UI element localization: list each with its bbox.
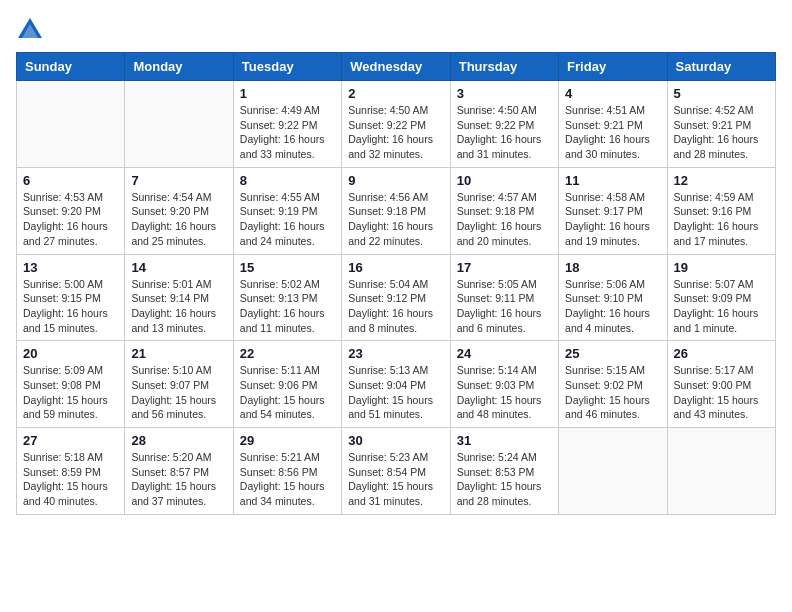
calendar-cell: 20Sunrise: 5:09 AM Sunset: 9:08 PM Dayli… xyxy=(17,341,125,428)
day-number: 24 xyxy=(457,346,552,361)
calendar-cell: 15Sunrise: 5:02 AM Sunset: 9:13 PM Dayli… xyxy=(233,254,341,341)
day-number: 27 xyxy=(23,433,118,448)
day-number: 8 xyxy=(240,173,335,188)
day-number: 30 xyxy=(348,433,443,448)
calendar-cell: 30Sunrise: 5:23 AM Sunset: 8:54 PM Dayli… xyxy=(342,428,450,515)
day-info: Sunrise: 5:02 AM Sunset: 9:13 PM Dayligh… xyxy=(240,277,335,336)
day-info: Sunrise: 5:09 AM Sunset: 9:08 PM Dayligh… xyxy=(23,363,118,422)
day-info: Sunrise: 5:11 AM Sunset: 9:06 PM Dayligh… xyxy=(240,363,335,422)
day-number: 18 xyxy=(565,260,660,275)
calendar-cell: 17Sunrise: 5:05 AM Sunset: 9:11 PM Dayli… xyxy=(450,254,558,341)
calendar-cell: 9Sunrise: 4:56 AM Sunset: 9:18 PM Daylig… xyxy=(342,167,450,254)
day-of-week-header: Tuesday xyxy=(233,53,341,81)
calendar-cell: 7Sunrise: 4:54 AM Sunset: 9:20 PM Daylig… xyxy=(125,167,233,254)
calendar-cell: 25Sunrise: 5:15 AM Sunset: 9:02 PM Dayli… xyxy=(559,341,667,428)
day-number: 31 xyxy=(457,433,552,448)
day-info: Sunrise: 4:53 AM Sunset: 9:20 PM Dayligh… xyxy=(23,190,118,249)
day-of-week-header: Saturday xyxy=(667,53,775,81)
calendar-week-row: 6Sunrise: 4:53 AM Sunset: 9:20 PM Daylig… xyxy=(17,167,776,254)
day-number: 15 xyxy=(240,260,335,275)
calendar-header-row: SundayMondayTuesdayWednesdayThursdayFrid… xyxy=(17,53,776,81)
day-of-week-header: Thursday xyxy=(450,53,558,81)
day-info: Sunrise: 5:01 AM Sunset: 9:14 PM Dayligh… xyxy=(131,277,226,336)
day-number: 12 xyxy=(674,173,769,188)
day-info: Sunrise: 5:14 AM Sunset: 9:03 PM Dayligh… xyxy=(457,363,552,422)
calendar-cell: 23Sunrise: 5:13 AM Sunset: 9:04 PM Dayli… xyxy=(342,341,450,428)
logo xyxy=(16,16,48,44)
calendar-cell: 4Sunrise: 4:51 AM Sunset: 9:21 PM Daylig… xyxy=(559,81,667,168)
calendar-table: SundayMondayTuesdayWednesdayThursdayFrid… xyxy=(16,52,776,515)
day-info: Sunrise: 5:00 AM Sunset: 9:15 PM Dayligh… xyxy=(23,277,118,336)
day-info: Sunrise: 5:17 AM Sunset: 9:00 PM Dayligh… xyxy=(674,363,769,422)
day-info: Sunrise: 4:54 AM Sunset: 9:20 PM Dayligh… xyxy=(131,190,226,249)
day-info: Sunrise: 5:13 AM Sunset: 9:04 PM Dayligh… xyxy=(348,363,443,422)
day-number: 22 xyxy=(240,346,335,361)
day-number: 11 xyxy=(565,173,660,188)
day-of-week-header: Sunday xyxy=(17,53,125,81)
calendar-cell: 19Sunrise: 5:07 AM Sunset: 9:09 PM Dayli… xyxy=(667,254,775,341)
day-number: 23 xyxy=(348,346,443,361)
day-info: Sunrise: 4:50 AM Sunset: 9:22 PM Dayligh… xyxy=(348,103,443,162)
day-number: 13 xyxy=(23,260,118,275)
calendar-cell: 3Sunrise: 4:50 AM Sunset: 9:22 PM Daylig… xyxy=(450,81,558,168)
day-info: Sunrise: 4:50 AM Sunset: 9:22 PM Dayligh… xyxy=(457,103,552,162)
day-info: Sunrise: 5:21 AM Sunset: 8:56 PM Dayligh… xyxy=(240,450,335,509)
day-number: 26 xyxy=(674,346,769,361)
calendar-cell: 24Sunrise: 5:14 AM Sunset: 9:03 PM Dayli… xyxy=(450,341,558,428)
calendar-cell: 28Sunrise: 5:20 AM Sunset: 8:57 PM Dayli… xyxy=(125,428,233,515)
day-number: 17 xyxy=(457,260,552,275)
day-info: Sunrise: 4:58 AM Sunset: 9:17 PM Dayligh… xyxy=(565,190,660,249)
day-info: Sunrise: 4:55 AM Sunset: 9:19 PM Dayligh… xyxy=(240,190,335,249)
calendar-cell: 21Sunrise: 5:10 AM Sunset: 9:07 PM Dayli… xyxy=(125,341,233,428)
calendar-cell: 11Sunrise: 4:58 AM Sunset: 9:17 PM Dayli… xyxy=(559,167,667,254)
day-of-week-header: Monday xyxy=(125,53,233,81)
calendar-cell: 6Sunrise: 4:53 AM Sunset: 9:20 PM Daylig… xyxy=(17,167,125,254)
day-info: Sunrise: 5:06 AM Sunset: 9:10 PM Dayligh… xyxy=(565,277,660,336)
day-info: Sunrise: 5:05 AM Sunset: 9:11 PM Dayligh… xyxy=(457,277,552,336)
calendar-cell: 10Sunrise: 4:57 AM Sunset: 9:18 PM Dayli… xyxy=(450,167,558,254)
calendar-cell xyxy=(17,81,125,168)
day-number: 16 xyxy=(348,260,443,275)
day-number: 29 xyxy=(240,433,335,448)
day-number: 10 xyxy=(457,173,552,188)
day-number: 5 xyxy=(674,86,769,101)
calendar-cell: 13Sunrise: 5:00 AM Sunset: 9:15 PM Dayli… xyxy=(17,254,125,341)
calendar-cell: 31Sunrise: 5:24 AM Sunset: 8:53 PM Dayli… xyxy=(450,428,558,515)
day-info: Sunrise: 4:56 AM Sunset: 9:18 PM Dayligh… xyxy=(348,190,443,249)
calendar-cell xyxy=(559,428,667,515)
calendar-cell: 27Sunrise: 5:18 AM Sunset: 8:59 PM Dayli… xyxy=(17,428,125,515)
calendar-week-row: 20Sunrise: 5:09 AM Sunset: 9:08 PM Dayli… xyxy=(17,341,776,428)
calendar-cell: 26Sunrise: 5:17 AM Sunset: 9:00 PM Dayli… xyxy=(667,341,775,428)
day-number: 21 xyxy=(131,346,226,361)
day-info: Sunrise: 5:20 AM Sunset: 8:57 PM Dayligh… xyxy=(131,450,226,509)
day-info: Sunrise: 4:52 AM Sunset: 9:21 PM Dayligh… xyxy=(674,103,769,162)
day-info: Sunrise: 4:59 AM Sunset: 9:16 PM Dayligh… xyxy=(674,190,769,249)
day-number: 1 xyxy=(240,86,335,101)
day-number: 3 xyxy=(457,86,552,101)
calendar-week-row: 1Sunrise: 4:49 AM Sunset: 9:22 PM Daylig… xyxy=(17,81,776,168)
calendar-cell: 12Sunrise: 4:59 AM Sunset: 9:16 PM Dayli… xyxy=(667,167,775,254)
calendar-cell: 2Sunrise: 4:50 AM Sunset: 9:22 PM Daylig… xyxy=(342,81,450,168)
calendar-cell: 18Sunrise: 5:06 AM Sunset: 9:10 PM Dayli… xyxy=(559,254,667,341)
day-of-week-header: Wednesday xyxy=(342,53,450,81)
day-of-week-header: Friday xyxy=(559,53,667,81)
day-info: Sunrise: 5:15 AM Sunset: 9:02 PM Dayligh… xyxy=(565,363,660,422)
day-info: Sunrise: 5:10 AM Sunset: 9:07 PM Dayligh… xyxy=(131,363,226,422)
page-header xyxy=(16,16,776,44)
calendar-cell: 22Sunrise: 5:11 AM Sunset: 9:06 PM Dayli… xyxy=(233,341,341,428)
day-number: 9 xyxy=(348,173,443,188)
day-number: 7 xyxy=(131,173,226,188)
day-number: 25 xyxy=(565,346,660,361)
day-info: Sunrise: 5:24 AM Sunset: 8:53 PM Dayligh… xyxy=(457,450,552,509)
calendar-cell: 16Sunrise: 5:04 AM Sunset: 9:12 PM Dayli… xyxy=(342,254,450,341)
calendar-cell: 14Sunrise: 5:01 AM Sunset: 9:14 PM Dayli… xyxy=(125,254,233,341)
day-number: 6 xyxy=(23,173,118,188)
calendar-cell: 29Sunrise: 5:21 AM Sunset: 8:56 PM Dayli… xyxy=(233,428,341,515)
calendar-cell xyxy=(125,81,233,168)
day-info: Sunrise: 4:49 AM Sunset: 9:22 PM Dayligh… xyxy=(240,103,335,162)
day-number: 4 xyxy=(565,86,660,101)
day-number: 28 xyxy=(131,433,226,448)
calendar-week-row: 27Sunrise: 5:18 AM Sunset: 8:59 PM Dayli… xyxy=(17,428,776,515)
day-number: 2 xyxy=(348,86,443,101)
day-info: Sunrise: 5:04 AM Sunset: 9:12 PM Dayligh… xyxy=(348,277,443,336)
